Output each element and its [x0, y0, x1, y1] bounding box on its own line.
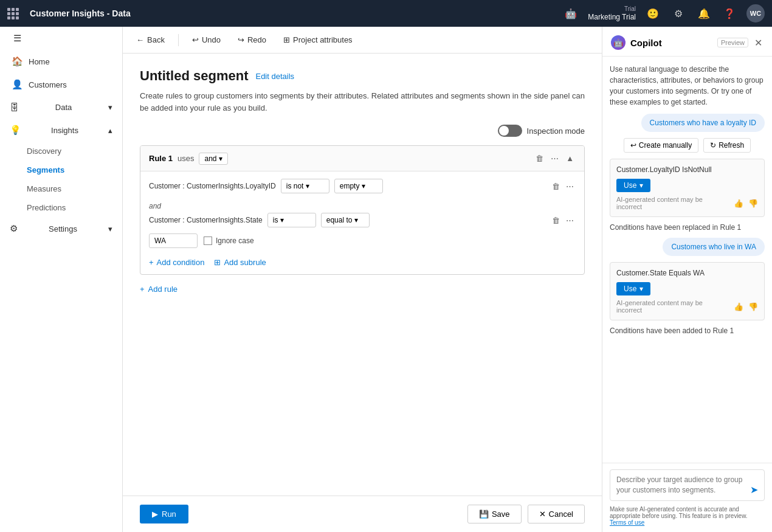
- add-condition-link[interactable]: + Add condition: [149, 258, 204, 267]
- refresh-button[interactable]: ↻ Refresh: [703, 138, 751, 153]
- thumbs-down-1[interactable]: 👎: [748, 199, 758, 208]
- rule-collapse-icon[interactable]: ▲: [564, 152, 576, 165]
- settings-icon[interactable]: ⚙: [670, 5, 687, 22]
- undo-button[interactable]: ↩ Undo: [188, 33, 224, 47]
- footer-note-text: Make sure AI-generated content is accura…: [610, 506, 748, 519]
- condition-2-row: Customer : CustomerInsights.State is ▾ e…: [149, 213, 576, 227]
- use-button-2[interactable]: Use ▾: [616, 282, 650, 295]
- state-value-input[interactable]: [149, 233, 198, 248]
- add-subrule-link[interactable]: ⊞ Add subrule: [214, 258, 266, 267]
- create-manually-button[interactable]: ↩ Create manually: [624, 138, 698, 153]
- ignore-case-checkbox[interactable]: [204, 237, 212, 245]
- copilot-suggestion-1[interactable]: Customers who have a loyalty ID: [641, 114, 765, 132]
- add-subrule-icon: ⊞: [214, 258, 221, 267]
- run-button[interactable]: ▶ Run: [140, 505, 188, 523]
- use-button-1[interactable]: Use ▾: [616, 179, 650, 192]
- copilot-code-1-text: Customer.LoyaltyID IsNotNull: [616, 165, 758, 174]
- add-subrule-label: Add subrule: [224, 258, 266, 267]
- copilot-topbar-icon[interactable]: 🤖: [562, 5, 579, 22]
- condition-1-operator[interactable]: is not ▾: [281, 179, 329, 193]
- condition-1-value[interactable]: empty ▾: [334, 179, 383, 193]
- help-icon[interactable]: ❓: [721, 5, 738, 22]
- sidebar-settings-header[interactable]: ⚙ Settings ▾: [0, 217, 122, 240]
- rule-header-actions: 🗑 ⋯ ▲: [534, 152, 576, 165]
- thumbs-down-2[interactable]: 👎: [748, 302, 758, 311]
- copilot-status-2: Conditions have been added to Rule 1: [610, 326, 765, 335]
- sidebar-item-predictions[interactable]: Predictions: [27, 198, 122, 217]
- app-grid-icon[interactable]: [7, 8, 19, 19]
- condition-2-delete-icon[interactable]: 🗑: [550, 214, 562, 227]
- copilot-suggestion-2[interactable]: Customers who live in WA: [663, 238, 765, 256]
- redo-button[interactable]: ↪ Redo: [234, 33, 270, 47]
- condition-1-delete-icon[interactable]: 🗑: [550, 180, 562, 193]
- sidebar-item-measures[interactable]: Measures: [27, 179, 122, 198]
- condition-1-value-text: empty: [340, 182, 360, 190]
- undo-icon: ↩: [192, 35, 199, 44]
- sidebar-item-discovery[interactable]: Discovery: [27, 142, 122, 161]
- project-attrs-icon: ⊞: [283, 35, 290, 44]
- customers-icon: 👤: [12, 79, 22, 90]
- condition-2-value-type[interactable]: equal to ▾: [321, 213, 370, 227]
- smiley-icon[interactable]: 🙂: [644, 5, 661, 22]
- rule-more-icon[interactable]: ⋯: [549, 152, 560, 165]
- edit-details-link[interactable]: Edit details: [255, 72, 294, 81]
- rule-delete-icon[interactable]: 🗑: [534, 152, 545, 165]
- redo-label: Redo: [247, 35, 266, 44]
- condition-1-row: Customer : CustomerInsights.LoyaltyID is…: [149, 179, 576, 193]
- condition-1-operator-chevron: ▾: [306, 182, 309, 190]
- sidebar-insights-sub: Discovery Segments Measures Predictions: [0, 142, 122, 217]
- copilot-input-row: ➤: [610, 469, 765, 501]
- rule-logic-chevron: ▾: [219, 154, 222, 163]
- back-button[interactable]: ← Back: [133, 33, 168, 47]
- home-icon: 🏠: [12, 56, 22, 67]
- sidebar-insights-group: 💡 Insights ▴ Discovery Segments Measures…: [0, 119, 122, 217]
- cancel-icon: ✕: [539, 510, 546, 519]
- condition-1-more-icon[interactable]: ⋯: [564, 180, 576, 193]
- copilot-body: Use natural language to describe the cha…: [602, 57, 772, 463]
- sidebar-item-home[interactable]: 🏠 Home: [0, 50, 122, 73]
- ai-disclaimer-1-text: AI-generated content may be incorrect: [616, 196, 729, 210]
- insights-chevron-icon: ▴: [108, 126, 112, 135]
- condition-2-more-icon[interactable]: ⋯: [564, 214, 576, 227]
- sidebar-home-label: Home: [29, 57, 50, 66]
- cancel-button[interactable]: ✕ Cancel: [528, 505, 585, 523]
- back-icon: ←: [136, 35, 144, 44]
- notification-icon[interactable]: 🔔: [695, 5, 712, 22]
- avatar[interactable]: WC: [746, 4, 765, 22]
- sidebar-item-customers[interactable]: 👤 Customers: [0, 73, 122, 96]
- copilot-input[interactable]: [616, 475, 746, 496]
- copilot-preview-badge: Preview: [717, 38, 748, 47]
- thumbs-up-2[interactable]: 👍: [734, 302, 743, 311]
- condition-2-field: Customer : CustomerInsights.State: [149, 216, 263, 224]
- add-condition-label: Add condition: [157, 258, 205, 267]
- condition-2-actions: 🗑 ⋯: [550, 214, 576, 227]
- rule-logic-dropdown[interactable]: and ▾: [199, 153, 227, 165]
- condition-1-value-chevron: ▾: [362, 182, 365, 190]
- status-2-text: Conditions have been added to Rule 1: [610, 326, 734, 335]
- project-attributes-button[interactable]: ⊞ Project attributes: [280, 33, 356, 47]
- add-rule-row[interactable]: + Add rule: [140, 285, 585, 294]
- condition-2-operator[interactable]: is ▾: [267, 213, 316, 227]
- thumbs-up-1[interactable]: 👍: [734, 199, 743, 208]
- sidebar-data-header[interactable]: 🗄 Data ▾: [0, 96, 122, 119]
- sidebar-item-segments[interactable]: Segments: [27, 161, 122, 179]
- redo-icon: ↪: [238, 35, 244, 44]
- condition-2-operator-value: is: [273, 216, 278, 224]
- rule-1-title: Rule 1: [149, 154, 173, 163]
- sidebar-customers-label: Customers: [29, 80, 67, 89]
- inspection-toggle[interactable]: [498, 125, 522, 137]
- toolbar-divider-1: [178, 34, 179, 46]
- inspection-row: Inspection mode: [140, 125, 585, 137]
- save-button[interactable]: 💾 Save: [467, 505, 522, 523]
- add-rule-label: Add rule: [148, 285, 177, 294]
- copilot-close-icon[interactable]: ✕: [753, 36, 763, 50]
- segments-label: Segments: [27, 165, 64, 174]
- save-label: Save: [492, 510, 510, 519]
- sidebar-hamburger[interactable]: ☰: [0, 27, 122, 50]
- terms-link[interactable]: Terms of use: [610, 519, 644, 526]
- sidebar-insights-header[interactable]: 💡 Insights ▴: [0, 119, 122, 142]
- inspection-label: Inspection mode: [527, 126, 585, 136]
- copilot-code-2-text: Customer.State Equals WA: [616, 269, 758, 277]
- copilot-send-icon[interactable]: ➤: [750, 484, 758, 496]
- data-chevron-icon: ▾: [108, 103, 112, 112]
